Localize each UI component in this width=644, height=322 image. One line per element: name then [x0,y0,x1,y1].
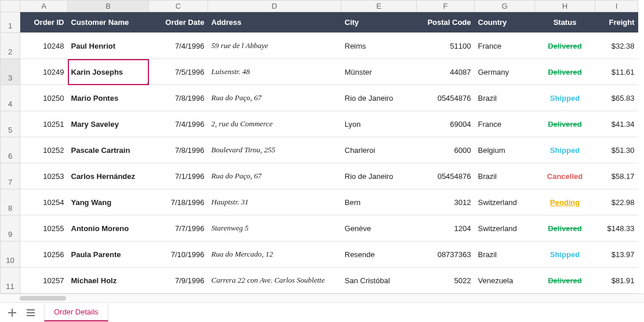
header-order-id[interactable]: Order ID [20,12,68,33]
cell-city[interactable]: Bern [341,189,417,215]
cell-order-id[interactable]: 10252 [20,137,68,163]
row-header-5[interactable]: 5 [1,111,20,137]
cell-country[interactable]: Venezuela [475,268,535,294]
cell-freight[interactable]: $58.17 [595,163,638,189]
cell-address[interactable]: Starenweg 5 [208,215,341,241]
cell-status[interactable]: Delivered [535,111,595,137]
spreadsheet-grid[interactable]: A B C D E F G H I 1 Order ID Customer Na… [0,0,644,294]
col-header-B[interactable]: B [68,1,149,12]
cell-address[interactable]: Rua do Paço, 67 [208,85,341,111]
cell-status[interactable]: Delivered [535,268,595,294]
cell-country[interactable]: France [475,33,535,59]
cell-order-date[interactable]: 7/4/1996 [149,111,208,137]
horizontal-scrollbar[interactable] [0,294,644,302]
cell-status[interactable]: Pending [535,189,595,215]
cell-postal[interactable]: 3012 [417,189,475,215]
row-header-11[interactable]: 11 [1,268,20,294]
col-header-E[interactable]: E [341,1,417,12]
cell-status[interactable]: Delivered [535,215,595,241]
cell-city[interactable]: Genève [341,215,417,241]
cell-freight[interactable]: $51.30 [595,137,638,163]
cell-status[interactable]: Delivered [535,59,595,85]
header-freight[interactable]: Freight [595,12,638,33]
col-header-H[interactable]: H [535,1,595,12]
cell-freight[interactable]: $22.98 [595,189,638,215]
cell-freight[interactable]: $81.91 [595,268,638,294]
cell-city[interactable]: Reims [341,33,417,59]
cell-order-id[interactable]: 10251 [20,111,68,137]
cell-postal[interactable]: 44087 [417,59,475,85]
cell-order-date[interactable]: 7/1/1996 [149,163,208,189]
cell-order-date[interactable]: 7/4/1996 [149,33,208,59]
cell-status[interactable]: Shipped [535,137,595,163]
cell-order-id[interactable]: 10249 [20,59,68,85]
cell-address[interactable]: Luisenstr. 48 [208,59,341,85]
cell-freight[interactable]: $148.33 [595,215,638,241]
cell-customer[interactable]: Yang Wang [68,189,149,215]
cell-status[interactable]: Shipped [535,241,595,268]
header-country[interactable]: Country [475,12,535,33]
cell-customer[interactable]: Michael Holz [68,268,149,294]
header-address[interactable]: Address [208,12,341,33]
cell-address[interactable]: Rua do Mercado, 12 [208,241,341,268]
header-postal[interactable]: Postal Code [417,12,475,33]
cell-order-id[interactable]: 10256 [20,241,68,268]
cell-order-id[interactable]: 10253 [20,163,68,189]
cell-postal[interactable]: 6000 [417,137,475,163]
row-header-1[interactable]: 1 [1,12,20,33]
cell-country[interactable]: Brazil [475,85,535,111]
scrollbar-thumb[interactable] [20,296,66,301]
cell-order-date[interactable]: 7/5/1996 [149,59,208,85]
cell-customer[interactable]: Paul Henriot [68,33,149,59]
cell-postal[interactable]: 08737363 [417,241,475,268]
row-header-4[interactable]: 4 [1,85,20,111]
cell-address[interactable]: 59 rue de l Abbaye [208,33,341,59]
col-header-I[interactable]: I [595,1,638,12]
cell-city[interactable]: Lyon [341,111,417,137]
cell-postal[interactable]: 05454876 [417,85,475,111]
cell-customer[interactable]: Antonio Moreno [68,215,149,241]
cell-customer[interactable]: Mario Pontes [68,85,149,111]
cell-postal[interactable]: 5022 [417,268,475,294]
cell-city[interactable]: Charleroi [341,137,417,163]
cell-order-date[interactable]: 7/8/1996 [149,85,208,111]
cell-address[interactable]: Carrera 22 con Ave. Carlos Soublette [208,268,341,294]
cell-city[interactable]: Münster [341,59,417,85]
col-header-C[interactable]: C [149,1,208,12]
cell-status[interactable]: Delivered [535,33,595,59]
cell-freight[interactable]: $65.83 [595,85,638,111]
sheet-tab-active[interactable]: Order Details [44,303,108,321]
cell-order-id[interactable]: 10255 [20,215,68,241]
add-sheet-button[interactable] [7,308,17,318]
cell-country[interactable]: Brazil [475,163,535,189]
cell-order-id[interactable]: 10257 [20,268,68,294]
row-header-7[interactable]: 7 [1,163,20,189]
header-order-date[interactable]: Order Date [149,12,208,33]
cell-order-date[interactable]: 7/9/1996 [149,268,208,294]
cell-freight[interactable]: $11.61 [595,59,638,85]
cell-address[interactable]: 2, rue du Commerce [208,111,341,137]
cell-customer[interactable]: Mary Saveley [68,111,149,137]
header-customer[interactable]: Customer Name [68,12,149,33]
cell-address[interactable]: Rua do Paço, 67 [208,163,341,189]
cell-postal[interactable]: 1204 [417,215,475,241]
cell-freight[interactable]: $41.34 [595,111,638,137]
cell-country[interactable]: Germany [475,59,535,85]
cell-address[interactable]: Boulevard Tirou, 255 [208,137,341,163]
cell-freight[interactable]: $32.38 [595,33,638,59]
cell-customer-selected[interactable]: Karin Josephs [68,59,149,85]
cell-city[interactable]: San Cristóbal [341,268,417,294]
col-header-A[interactable]: A [20,1,68,12]
row-header-10[interactable]: 10 [1,241,20,268]
col-header-D[interactable]: D [208,1,341,12]
cell-city[interactable]: Rio de Janeiro [341,163,417,189]
select-all-corner[interactable] [1,1,20,12]
cell-postal[interactable]: 51100 [417,33,475,59]
header-city[interactable]: City [341,12,417,33]
cell-country[interactable]: Switzerland [475,189,535,215]
cell-city[interactable]: Resende [341,241,417,268]
cell-order-date[interactable]: 7/8/1996 [149,137,208,163]
cell-order-date[interactable]: 7/7/1996 [149,215,208,241]
cell-order-date[interactable]: 7/10/1996 [149,241,208,268]
col-header-F[interactable]: F [417,1,475,12]
